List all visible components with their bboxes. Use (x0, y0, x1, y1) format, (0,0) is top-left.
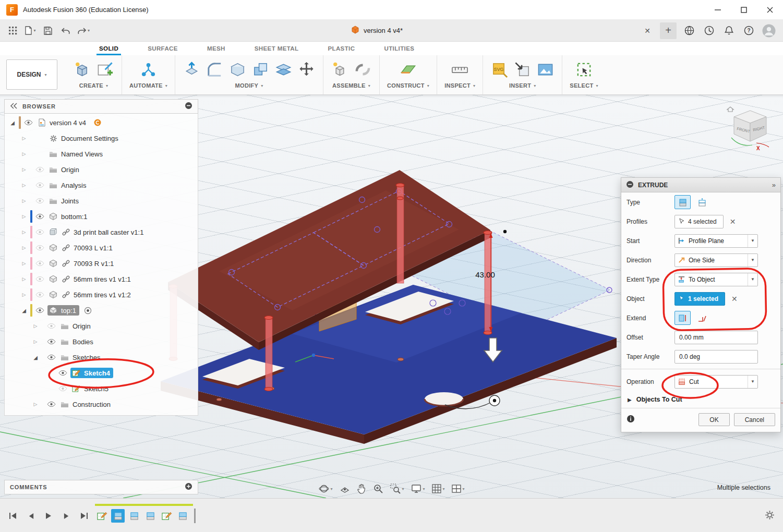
start-dropdown[interactable]: Profile Plane ▼ (674, 234, 758, 248)
display-settings-icon[interactable]: ▾ (411, 484, 425, 493)
fillet-icon[interactable] (206, 61, 224, 79)
visibility-toggle-icon[interactable] (58, 370, 68, 376)
look-at-icon[interactable] (339, 483, 350, 494)
close-button[interactable] (757, 0, 783, 19)
new-solid-icon[interactable] (73, 61, 91, 79)
new-sketch-icon[interactable] (96, 61, 114, 79)
notifications-bell-icon[interactable] (722, 23, 735, 39)
tree-item-label[interactable]: Bodies (73, 338, 93, 346)
toolbar-group-label[interactable]: ASSEMBLE▾ (332, 82, 370, 89)
expand-icon[interactable]: ▷ (20, 292, 28, 297)
timeline-feature-sketch-0[interactable] (95, 509, 109, 523)
profiles-selection[interactable]: 4 selected (674, 215, 724, 228)
taper-angle-input[interactable] (674, 350, 758, 364)
expand-icon[interactable]: ▷ (20, 167, 28, 172)
tab-surface[interactable]: SURFACE (148, 42, 178, 55)
viewcube[interactable]: FRONT RIGHT X (727, 107, 769, 151)
expand-icon[interactable]: ▷ (20, 183, 28, 188)
press-pull-icon[interactable] (183, 61, 201, 79)
recent-clock-icon[interactable] (703, 23, 715, 39)
browser-item-construction[interactable]: ▷Construction (5, 396, 198, 412)
tree-item-label[interactable]: 56mm tires v1 v1:2 (74, 291, 131, 299)
visibility-toggle-icon[interactable] (35, 182, 45, 188)
type-thin-extrude-icon[interactable] (694, 195, 710, 209)
visibility-toggle-icon[interactable] (35, 229, 45, 235)
step-back-icon[interactable] (25, 510, 37, 522)
close-document-icon[interactable]: ✕ (642, 26, 653, 36)
tree-item-label[interactable]: 70093 L v1:1 (74, 244, 113, 252)
browser-item-joints[interactable]: ▷Joints (5, 193, 198, 209)
new-document-button[interactable]: + (660, 22, 677, 39)
browser-item-sketches[interactable]: ◢Sketches (5, 349, 198, 365)
visibility-toggle-icon[interactable] (35, 260, 45, 267)
expand-section-icon[interactable]: ▶ (628, 397, 632, 403)
tree-item-label[interactable]: version 4 v4 (50, 119, 86, 127)
combine-icon[interactable] (251, 61, 270, 79)
extend-faces-icon[interactable] (674, 311, 691, 325)
toolbar-group-label[interactable]: MODIFY▾ (235, 82, 263, 89)
document-tab[interactable]: version 4 v4* ✕ (96, 20, 658, 41)
pan-icon[interactable] (356, 483, 366, 494)
cancel-button[interactable]: Cancel (734, 413, 775, 426)
extensions-globe-icon[interactable] (683, 23, 695, 39)
timeline-feature-extrude-5[interactable] (176, 509, 189, 523)
canvas-icon[interactable] (536, 61, 555, 79)
chevron-down-icon[interactable]: ▼ (748, 376, 757, 388)
expand-icon[interactable]: ▷ (20, 136, 28, 141)
tree-item-label[interactable]: Document Settings (61, 135, 118, 142)
viewports-icon[interactable]: ▾ (452, 485, 465, 493)
expand-icon[interactable]: ▷ (32, 323, 39, 329)
step-forward-icon[interactable] (61, 510, 72, 522)
collapse-icon[interactable]: ◢ (9, 120, 16, 126)
visibility-toggle-icon[interactable] (23, 119, 33, 126)
toolbar-group-label[interactable]: AUTOMATE▾ (129, 82, 167, 89)
dialog-header[interactable]: EXTRUDE » (621, 178, 780, 192)
toolbar-group-label[interactable]: CONSTRUCT▾ (387, 82, 429, 89)
minimize-button[interactable] (705, 0, 731, 19)
visibility-toggle-icon[interactable] (35, 166, 45, 173)
expand-icon[interactable]: ▷ (20, 245, 28, 250)
expand-icon[interactable]: ▷ (32, 339, 39, 344)
tab-mesh[interactable]: MESH (207, 42, 225, 55)
visibility-toggle-icon[interactable] (35, 213, 45, 220)
browser-item-top-1[interactable]: ◢top:1 (5, 303, 198, 318)
toolbar-group-label[interactable]: CREATE▾ (79, 82, 109, 89)
visibility-toggle-icon[interactable] (46, 323, 56, 329)
joint-icon[interactable] (354, 61, 372, 79)
visibility-toggle-icon[interactable] (46, 354, 56, 360)
offset-input[interactable] (674, 331, 758, 344)
timeline-feature-sketch-4[interactable] (160, 509, 173, 523)
skip-to-start-icon[interactable] (7, 510, 19, 522)
browser-item-56mm-tires-v1-v1-1[interactable]: ▷56mm tires v1 v1:1 (5, 271, 198, 287)
shell-icon[interactable] (228, 61, 247, 79)
tab-plastic[interactable]: PLASTIC (328, 42, 355, 55)
expand-icon[interactable]: ▷ (20, 229, 28, 235)
split-icon[interactable] (274, 61, 293, 79)
help-icon[interactable]: ? (742, 23, 755, 39)
tree-item-label[interactable]: Sketch4 (84, 369, 110, 377)
construction-plane-icon[interactable] (399, 61, 417, 79)
browser-item-70093-r-v1-1[interactable]: ▷70093 R v1:1 (5, 256, 198, 271)
collapse-panel-icon[interactable] (10, 103, 17, 111)
chevron-down-icon[interactable]: ▼ (748, 254, 757, 267)
expand-icon[interactable]: ▷ (32, 402, 39, 407)
timeline-settings-gear-icon[interactable] (765, 510, 775, 522)
browser-item-origin[interactable]: ▷Origin (5, 162, 198, 177)
visibility-toggle-icon[interactable] (46, 338, 56, 345)
browser-item-sketch4[interactable]: Sketch4 (5, 365, 198, 381)
insert-svg-icon[interactable]: SVG (490, 61, 509, 79)
info-icon[interactable] (627, 415, 635, 425)
decal-icon[interactable] (513, 61, 532, 79)
browser-item-bodies[interactable]: ▷Bodies (5, 334, 198, 349)
new-component-icon[interactable] (331, 61, 349, 79)
browser-item-document-settings[interactable]: ▷Document Settings (5, 130, 198, 146)
visibility-toggle-icon[interactable] (58, 385, 68, 392)
tree-item-label[interactable]: 3d print ball caster v1:1 (74, 228, 143, 236)
comments-bar[interactable]: COMMENTS (4, 480, 198, 494)
browser-item-sketch5[interactable]: Sketch5 (5, 381, 198, 396)
dialog-collapse-icon[interactable] (626, 180, 634, 190)
extend-adjacent-icon[interactable] (694, 311, 710, 325)
operation-dropdown[interactable]: Cut ▼ (674, 375, 758, 389)
tree-item-label[interactable]: top:1 (61, 307, 76, 315)
tab-solid[interactable]: SOLID (99, 42, 118, 55)
